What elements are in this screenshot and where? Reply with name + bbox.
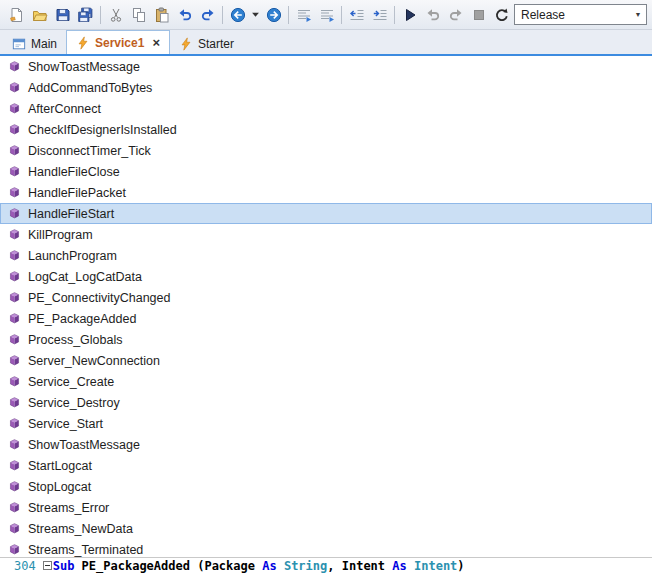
new-file-button[interactable] <box>5 3 28 26</box>
tab-close-icon[interactable]: × <box>152 36 160 49</box>
member-list-item[interactable]: AddCommandToBytes <box>0 77 652 98</box>
member-name: PE_PackageAdded <box>28 312 136 326</box>
method-icon <box>8 354 21 367</box>
member-name: StartLogcat <box>28 459 92 473</box>
forward-icon <box>266 7 282 23</box>
member-list-item[interactable]: HandleFileClose <box>0 161 652 182</box>
uncomment-button[interactable] <box>315 3 338 26</box>
paste-icon <box>154 7 170 23</box>
new-file-icon <box>9 7 25 23</box>
method-icon <box>8 60 21 73</box>
undo-button[interactable] <box>173 3 196 26</box>
member-list-item[interactable]: ShowToastMessage <box>0 434 652 455</box>
navigate-forward-button[interactable] <box>262 3 285 26</box>
cut-icon <box>108 7 124 23</box>
member-name: PE_ConnectivityChanged <box>28 291 170 305</box>
tab-service1[interactable]: Service1× <box>66 30 170 54</box>
method-icon <box>8 543 21 556</box>
method-icon <box>8 417 21 430</box>
member-list-item[interactable]: StopLogcat <box>0 476 652 497</box>
save-all-button[interactable] <box>74 3 97 26</box>
member-list-item[interactable]: Process_Globals <box>0 329 652 350</box>
save-button[interactable] <box>51 3 74 26</box>
code-token: As <box>262 559 276 573</box>
member-name: ShowToastMessage <box>28 438 140 452</box>
outdent-button[interactable] <box>345 3 368 26</box>
stop-icon <box>471 7 487 23</box>
method-icon <box>8 144 21 157</box>
paste-button[interactable] <box>150 3 173 26</box>
tab-label: Service1 <box>95 36 144 50</box>
member-list-item[interactable]: Service_Destroy <box>0 392 652 413</box>
member-list-item[interactable]: HandleFileStart <box>0 203 652 224</box>
run-button[interactable] <box>398 3 421 26</box>
back-icon <box>230 7 246 23</box>
redo-button[interactable] <box>196 3 219 26</box>
method-icon <box>8 228 21 241</box>
undo-icon <box>177 7 193 23</box>
code-editor-line[interactable]: 304 Sub PE_PackageAdded (Package As Stri… <box>0 558 652 573</box>
member-name: CheckIfDesignerIsInstalled <box>28 123 177 137</box>
restart-icon <box>494 7 510 23</box>
copy-button[interactable] <box>127 3 150 26</box>
member-name: Process_Globals <box>28 333 123 347</box>
chevron-down-icon[interactable]: ▼ <box>630 5 646 24</box>
member-list-item[interactable]: StartLogcat <box>0 455 652 476</box>
member-list-item[interactable]: PE_ConnectivityChanged <box>0 287 652 308</box>
member-list-item[interactable]: LaunchProgram <box>0 245 652 266</box>
method-icon <box>8 396 21 409</box>
comment-icon <box>296 7 312 23</box>
member-name: DisconnectTimer_Tick <box>28 144 151 158</box>
collapse-toggle-icon[interactable] <box>43 561 52 570</box>
code-token: Intent <box>414 559 457 573</box>
tab-main[interactable]: Main <box>3 33 66 54</box>
indent-icon <box>372 7 388 23</box>
service-module-icon <box>179 37 193 51</box>
save-icon <box>55 7 71 23</box>
member-list-item[interactable]: HandleFilePacket <box>0 182 652 203</box>
method-icon <box>8 270 21 283</box>
code-token <box>407 559 414 573</box>
redo-icon <box>200 7 216 23</box>
toolbar-separator <box>394 6 395 24</box>
stop-button[interactable] <box>467 3 490 26</box>
member-list-item[interactable]: Server_NewConnection <box>0 350 652 371</box>
resume-button[interactable] <box>421 3 444 26</box>
member-list-item[interactable]: LogCat_LogCatData <box>0 266 652 287</box>
navigate-back-menu-button[interactable] <box>249 3 262 26</box>
member-list-item[interactable]: AfterConnect <box>0 98 652 119</box>
method-icon <box>8 102 21 115</box>
code-token <box>277 559 284 573</box>
member-list-item[interactable]: PE_PackageAdded <box>0 308 652 329</box>
member-list: ShowToastMessageAddCommandToBytesAfterCo… <box>0 56 652 558</box>
resume-icon <box>425 7 441 23</box>
code-token: (Package <box>190 559 262 573</box>
member-list-item[interactable]: Service_Create <box>0 371 652 392</box>
method-icon <box>8 312 21 325</box>
build-configuration-select[interactable]: Release ▼ <box>514 4 647 25</box>
member-list-item[interactable]: ShowToastMessage <box>0 56 652 77</box>
step-button[interactable] <box>444 3 467 26</box>
run-icon <box>402 7 418 23</box>
member-list-item[interactable]: Streams_NewData <box>0 518 652 539</box>
tab-label: Main <box>31 37 57 51</box>
restart-button[interactable] <box>490 3 513 26</box>
code-token: String <box>284 559 327 573</box>
member-list-item[interactable]: KillProgram <box>0 224 652 245</box>
method-icon <box>8 438 21 451</box>
member-list-item[interactable]: Streams_Terminated <box>0 539 652 558</box>
member-list-item[interactable]: Streams_Error <box>0 497 652 518</box>
navigate-back-button[interactable] <box>226 3 249 26</box>
line-number: 304 <box>14 559 36 573</box>
tab-starter[interactable]: Starter <box>170 33 243 54</box>
indent-button[interactable] <box>368 3 391 26</box>
member-name: AfterConnect <box>28 102 101 116</box>
cut-button[interactable] <box>104 3 127 26</box>
member-list-item[interactable]: Service_Start <box>0 413 652 434</box>
member-list-item[interactable]: CheckIfDesignerIsInstalled <box>0 119 652 140</box>
toolbar-separator <box>341 6 342 24</box>
service-module-icon <box>76 36 90 50</box>
member-list-item[interactable]: DisconnectTimer_Tick <box>0 140 652 161</box>
open-button[interactable] <box>28 3 51 26</box>
comment-button[interactable] <box>292 3 315 26</box>
